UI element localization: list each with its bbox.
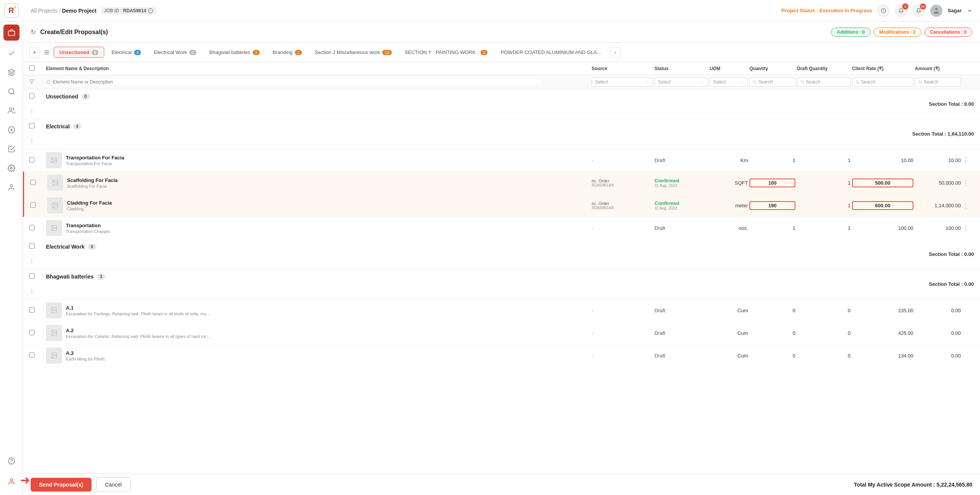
status-cell: Draft xyxy=(654,308,708,313)
sidebar-item-help[interactable] xyxy=(3,453,20,469)
row-a2-checkbox[interactable] xyxy=(29,330,34,335)
image-icon xyxy=(51,352,57,359)
tab-electrical-work[interactable]: Electrical Work 0 xyxy=(148,47,202,58)
select-all-checkbox[interactable] xyxy=(29,65,34,70)
row-a3-checkbox[interactable] xyxy=(29,352,34,358)
filter-row: Select Select Select Search Searc xyxy=(23,75,980,89)
tab-powder[interactable]: POWDER COATED ALUMINIUM AND GLA... xyxy=(495,47,607,58)
row-transport-checkbox[interactable] xyxy=(29,225,34,230)
bhagwati-menu-icon[interactable] xyxy=(29,288,34,294)
source-cell: - xyxy=(592,308,653,313)
section-unsectioned-total: Section Total : 0.00 xyxy=(797,101,974,107)
sidebar-item-layers[interactable] xyxy=(3,64,20,80)
image-icon xyxy=(51,307,57,314)
tab-electrical[interactable]: Electrical 4 xyxy=(106,47,147,58)
amount-cell: 0.00 xyxy=(915,308,961,313)
client-rate-cell: 500.00 xyxy=(852,179,913,187)
row-trans-facia-checkbox[interactable] xyxy=(29,157,34,162)
row-menu-dots[interactable]: ⋮ xyxy=(962,156,974,164)
notification-btn2[interactable]: 66 xyxy=(913,5,925,17)
section-electrical-checkbox[interactable] xyxy=(29,123,34,128)
amount-cell: 0.00 xyxy=(915,330,961,336)
svg-line-26 xyxy=(803,83,804,84)
item-thumbnail xyxy=(47,197,63,213)
draft-qty-filter[interactable]: Search xyxy=(797,77,851,87)
draft-qty-cell: 1 xyxy=(797,180,851,186)
cancellations-badge[interactable]: Cancellations : 0 xyxy=(924,28,972,37)
page-title: Create/Edit Proposal(s) xyxy=(40,29,108,36)
quantity-cell: 0 xyxy=(749,353,795,359)
table-row: Cladding For Facia Cladding nc. Order RD… xyxy=(24,194,980,217)
project-status: Project Status : Execution In Progress xyxy=(782,8,872,13)
row-cladding-checkbox[interactable] xyxy=(30,202,36,208)
svg-line-22 xyxy=(49,83,50,84)
electrical-menu-icon[interactable] xyxy=(29,138,34,144)
status-cell: Draft xyxy=(654,330,708,336)
client-rate-filter[interactable]: Search xyxy=(852,77,913,87)
settings-icon xyxy=(8,164,15,172)
send-proposal-button[interactable]: Send Proposal(s) xyxy=(31,478,92,492)
row-menu-dots[interactable]: ⋮ xyxy=(962,201,974,210)
sidebar-item-users[interactable] xyxy=(3,103,20,119)
tab-branding[interactable]: Branding 1 xyxy=(267,47,308,58)
ew-menu-icon[interactable] xyxy=(29,259,34,264)
status-dropdown-icon xyxy=(701,80,705,84)
refresh-icon[interactable]: ↻ xyxy=(31,28,36,36)
draft-qty-cell: 0 xyxy=(797,330,851,336)
quantity-filter[interactable]: Search xyxy=(749,77,795,87)
draft-qty-cell: 0 xyxy=(797,353,851,359)
tab-menu-button[interactable] xyxy=(41,47,52,58)
client-rate-cell: 425.00 xyxy=(852,330,913,336)
status-filter[interactable]: Select xyxy=(654,77,708,87)
additions-badge[interactable]: Additions : 0 xyxy=(831,28,870,37)
amount-cell: 1,14,000.00 xyxy=(915,203,961,208)
notification-btn1[interactable]: 3 xyxy=(895,5,907,17)
sidebar-item-settings[interactable] xyxy=(3,160,20,176)
user-dropdown-icon[interactable] xyxy=(967,8,972,13)
sidebar-item-person[interactable] xyxy=(3,179,20,195)
sidebar-item-active[interactable] xyxy=(3,25,20,41)
source-cell: nc. Order RDAS9614/6 xyxy=(592,179,653,187)
uom-filter[interactable]: Select xyxy=(710,77,748,87)
row-menu-dots[interactable]: ⋮ xyxy=(962,224,974,232)
cancel-button[interactable]: Cancel xyxy=(96,477,131,492)
tab-painting[interactable]: SECTION 'I' : PAINTING WORK : 5 xyxy=(399,47,494,58)
item-thumbnail xyxy=(46,152,62,168)
source-cell: - xyxy=(592,226,653,230)
svg-point-33 xyxy=(31,113,32,113)
sidebar-item-check[interactable] xyxy=(3,45,20,61)
sidebar-item-search[interactable] xyxy=(3,84,20,100)
content-area: Element Name & Description Source Status… xyxy=(23,62,980,474)
svg-point-34 xyxy=(31,139,32,139)
section-menu-icon[interactable] xyxy=(29,108,34,114)
tab-section-j[interactable]: Section J Miscellaneous work 12 xyxy=(309,47,398,58)
client-rate-cell: 100.00 xyxy=(852,225,913,231)
sidebar-item-check2[interactable] xyxy=(3,141,20,157)
sidebar-item-user-bottom[interactable] xyxy=(3,474,20,490)
tab-add-button[interactable]: + xyxy=(29,47,40,58)
info-icon xyxy=(148,8,153,13)
draft-qty-cell: 1 xyxy=(797,157,851,163)
section-bhagwati-checkbox[interactable] xyxy=(29,273,34,279)
section-ew-checkbox[interactable] xyxy=(29,243,34,249)
sidebar-item-currency[interactable] xyxy=(3,122,20,138)
tab-unsectioned[interactable]: Unsectioned 0 xyxy=(54,47,104,58)
modifications-badge[interactable]: Modifications : 2 xyxy=(874,28,921,37)
amount-filter[interactable]: Search xyxy=(915,77,961,87)
row-scaffold-checkbox[interactable] xyxy=(30,180,36,185)
tab-more-button[interactable]: › xyxy=(610,47,620,58)
name-filter-input[interactable] xyxy=(53,79,543,85)
amount-cell: 50,000.00 xyxy=(915,180,961,186)
tab-bhagwati[interactable]: Bhagwati batteries 3 xyxy=(204,47,265,58)
verified-icon xyxy=(8,145,15,153)
history-icon xyxy=(881,8,886,13)
history-btn[interactable] xyxy=(877,5,890,17)
row-a1-checkbox[interactable] xyxy=(29,307,34,313)
menu-icon xyxy=(44,49,50,56)
user-name[interactable]: Sagar xyxy=(948,8,962,13)
source-filter[interactable]: Select xyxy=(592,77,653,87)
section-unsectioned-checkbox[interactable] xyxy=(29,93,34,98)
quantity-cell: 0 xyxy=(749,330,795,336)
sidebar: R⚡ xyxy=(0,0,23,495)
row-menu-dots[interactable]: ⋮ xyxy=(962,179,974,187)
